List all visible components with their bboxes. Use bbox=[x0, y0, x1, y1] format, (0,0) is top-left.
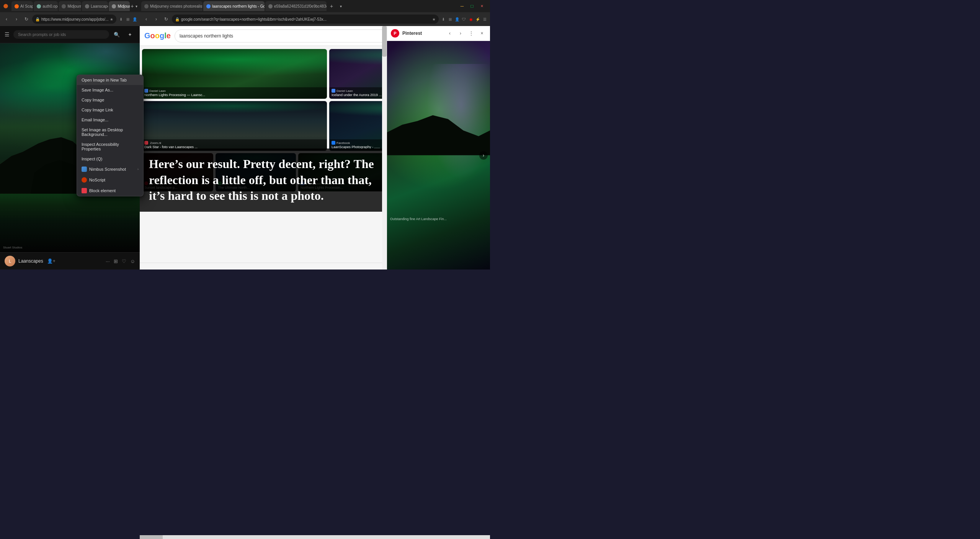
context-copy-image-link[interactable]: Copy Image Link bbox=[77, 105, 143, 115]
new-tab-button[interactable]: + bbox=[131, 2, 134, 10]
hamburger-icon[interactable]: ☰ bbox=[5, 31, 10, 38]
context-open-new-tab[interactable]: Open Image in New Tab bbox=[77, 75, 143, 85]
pinterest-close-icon[interactable]: × bbox=[478, 29, 486, 38]
svg-marker-3 bbox=[387, 115, 490, 155]
image-card-1-label: Daniel Laan Northern Lights Processing —… bbox=[142, 87, 327, 99]
right-tab-midjourney[interactable]: Midjourney creates photorealistic... × bbox=[141, 1, 203, 11]
right-forward-button[interactable]: › bbox=[152, 15, 160, 23]
source-text-3: Zoom.nl bbox=[150, 141, 161, 145]
sparkle-icon[interactable]: ✦ bbox=[124, 29, 135, 40]
source-text-2: Daniel Laan bbox=[336, 89, 353, 93]
back-button[interactable]: ‹ bbox=[2, 15, 11, 23]
pinterest-prev-icon[interactable]: ‹ bbox=[446, 29, 454, 38]
noscript-icon bbox=[82, 177, 87, 183]
right-adblock-icon[interactable]: ◉ bbox=[468, 16, 474, 22]
profile-icon[interactable]: 👤 bbox=[132, 16, 138, 22]
context-inspect[interactable]: Inspect (Q) bbox=[77, 154, 143, 164]
right-scrollbar-thumb[interactable] bbox=[382, 26, 387, 57]
context-block-element[interactable]: Block element bbox=[77, 185, 143, 196]
overlay-text-box: Here’s our result. Pretty decent, right?… bbox=[140, 149, 387, 212]
right-extensions-icon[interactable]: ⊞ bbox=[447, 16, 453, 22]
tab-ai-scapes[interactable]: AI Scapes Script × bbox=[11, 1, 33, 11]
username-label: Laanscapes bbox=[18, 258, 43, 264]
user-avatar: L bbox=[5, 256, 15, 266]
right-address-bar[interactable]: 🔒 google.com/search?q=laanscapes+norther… bbox=[172, 15, 439, 24]
right-new-tab-button[interactable]: + bbox=[327, 2, 336, 10]
context-noscript[interactable]: NoScript bbox=[77, 175, 143, 185]
right-download-icon[interactable]: ⬇ bbox=[440, 16, 446, 22]
pinterest-title: Pinterest bbox=[402, 31, 443, 36]
left-address-text: https://www.midjourney.com/app/jobs/... bbox=[41, 17, 108, 21]
nimbus-screenshot-icon bbox=[82, 167, 87, 172]
google-logo: Google bbox=[144, 31, 171, 40]
tab-midjourney-active[interactable]: Midjourney: S... × bbox=[109, 1, 129, 11]
reload-button[interactable]: ↻ bbox=[22, 15, 31, 23]
footer-action-icons: ··· ⊞ ♡ ☺ bbox=[106, 258, 135, 264]
context-copy-image-label: Copy Image bbox=[82, 98, 139, 102]
pinterest-more-icon[interactable]: ⋮ bbox=[467, 29, 475, 38]
close-button[interactable]: × bbox=[478, 2, 486, 10]
context-save-image[interactable]: Save Image As... bbox=[77, 85, 143, 95]
pinterest-next-icon[interactable]: › bbox=[456, 29, 465, 38]
image-source-3: Zoom.nl bbox=[144, 141, 325, 145]
search-icon[interactable]: 🔍 bbox=[111, 29, 122, 40]
pinterest-caption-area: Outstanding fine Art Landscape Fin... bbox=[387, 215, 490, 224]
pinterest-mountain bbox=[387, 109, 490, 201]
right-back-button[interactable]: ‹ bbox=[142, 15, 150, 23]
tab-midjourney-eda[interactable]: Midjourney: eda... × bbox=[59, 1, 81, 11]
left-address-bar[interactable]: 🔒 https://www.midjourney.com/app/jobs/..… bbox=[32, 15, 116, 24]
overlay-paragraph: Here’s our result. Pretty decent, right?… bbox=[149, 156, 377, 204]
right-shield-icon[interactable]: 🛡 bbox=[461, 16, 467, 22]
context-copy-image[interactable]: Copy Image bbox=[77, 95, 143, 105]
right-tab-google[interactable]: laanscapes northern lights - Go... × bbox=[203, 1, 265, 11]
context-inspect-label: Inspect (Q) bbox=[82, 157, 139, 161]
svg-point-0 bbox=[3, 4, 8, 8]
right-menu-icon[interactable]: ☰ bbox=[482, 16, 488, 22]
right-reload-button[interactable]: ↻ bbox=[162, 15, 170, 23]
forward-button[interactable]: › bbox=[12, 15, 21, 23]
google-search-text: laanscapes northern lights bbox=[180, 33, 413, 39]
left-tab-bar: AI Scapes Script × auth0.openai.com/... … bbox=[0, 0, 140, 12]
context-noscript-label: NoScript bbox=[89, 178, 139, 182]
tab-laanscapes-capture[interactable]: Laanscapes_Capture... × bbox=[82, 1, 108, 11]
right-scrollbar[interactable] bbox=[382, 26, 387, 270]
mj-footer: L Laanscapes 👤+ ··· ⊞ ♡ ☺ bbox=[0, 252, 140, 270]
context-accessibility[interactable]: Inspect Accessibility Properties bbox=[77, 139, 143, 154]
firefox-menu[interactable] bbox=[2, 2, 10, 10]
mj-header: ☰ 🔍 ✦ bbox=[0, 26, 140, 43]
extensions-icon[interactable]: ⊞ bbox=[125, 16, 131, 22]
context-accessibility-label: Inspect Accessibility Properties bbox=[82, 142, 139, 151]
more-options-icon[interactable]: ··· bbox=[106, 258, 110, 264]
context-set-desktop-bg[interactable]: Set Image as Desktop Background... bbox=[77, 125, 143, 139]
maximize-button[interactable]: □ bbox=[468, 2, 476, 10]
mj-search-input[interactable] bbox=[13, 30, 109, 39]
context-set-desktop-bg-label: Set Image as Desktop Background... bbox=[82, 127, 139, 137]
right-nav-bar: ‹ › ↻ 🔒 google.com/search?q=laanscapes+n… bbox=[140, 12, 490, 26]
image-card-3[interactable]: Zoom.nl Dark Star - foto van Laanscapes … bbox=[142, 101, 327, 151]
context-copy-image-link-label: Copy Image Link bbox=[82, 108, 139, 112]
minimize-button[interactable]: ─ bbox=[458, 2, 466, 10]
download-icon[interactable]: ⬇ bbox=[118, 16, 124, 22]
context-save-image-label: Save Image As... bbox=[82, 88, 139, 92]
context-email-image[interactable]: Email Image... bbox=[77, 115, 143, 125]
source-text-1: Daniel Laan bbox=[149, 89, 166, 93]
grid-icon[interactable]: ⊞ bbox=[114, 258, 118, 264]
emoji-icon[interactable]: ☺ bbox=[130, 258, 135, 264]
image-watermark: Stuart Studios bbox=[3, 246, 22, 249]
image-card-1[interactable]: Daniel Laan Northern Lights Processing —… bbox=[142, 49, 327, 99]
pinterest-next-image-button[interactable]: › bbox=[479, 151, 488, 160]
water-reflection bbox=[0, 194, 140, 252]
submenu-arrow: › bbox=[137, 167, 139, 171]
source-icon-3 bbox=[144, 141, 148, 145]
right-tab-hash[interactable]: e59a8a62482531d1f0e9bc483d... × bbox=[265, 1, 327, 11]
right-tab-list-button[interactable]: ▾ bbox=[336, 2, 345, 10]
source-icon-2 bbox=[332, 89, 335, 93]
heart-icon[interactable]: ♡ bbox=[122, 258, 126, 264]
right-ext-icon[interactable]: ⚡ bbox=[475, 16, 481, 22]
tab-openai[interactable]: auth0.openai.com/... × bbox=[34, 1, 58, 11]
right-profile-icon[interactable]: 👤 bbox=[454, 16, 460, 22]
add-user-icon[interactable]: 👤+ bbox=[47, 258, 56, 264]
context-block-element-label: Block element bbox=[89, 188, 139, 193]
context-nimbus[interactable]: Nimbus Screenshot › bbox=[77, 164, 143, 175]
tab-list-button[interactable]: ▾ bbox=[135, 2, 138, 10]
